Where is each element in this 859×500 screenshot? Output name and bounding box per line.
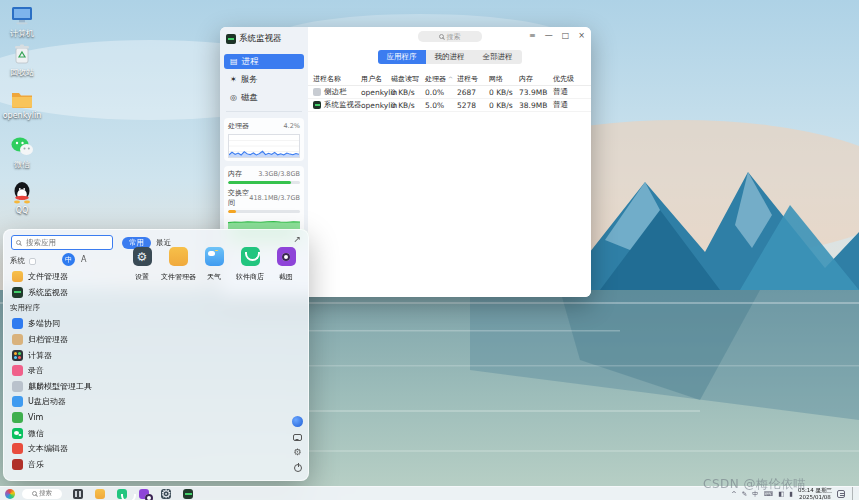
file-manager-icon: [12, 271, 23, 282]
software-store-icon: [241, 247, 260, 266]
show-desktop-strip[interactable]: [852, 487, 856, 500]
gear-icon[interactable]: ⚙: [293, 448, 301, 457]
favorite-software-store[interactable]: 软件商店: [233, 247, 267, 282]
cpu-value: 4.2%: [283, 122, 300, 130]
cell-pid: 5278: [457, 101, 489, 110]
col-name[interactable]: 进程名称: [313, 74, 361, 84]
app-item-calculator[interactable]: 计算器: [10, 347, 124, 363]
col-pid[interactable]: 进程号: [457, 74, 489, 84]
desktop-icon-computer[interactable]: 计算机: [2, 6, 42, 39]
sidebar-item-services[interactable]: ✶ 服务: [224, 72, 304, 87]
software-store-icon[interactable]: [117, 489, 127, 499]
favorite-weather[interactable]: 天气: [197, 247, 231, 282]
start-menu: 常用 最近 ↗ 中 A 系统 文件管理器 系统监视器 实用程序 多端协同: [3, 229, 309, 481]
clock-date: 2025/01/08: [798, 494, 832, 500]
minimize-button[interactable]: —: [545, 31, 553, 41]
window-controls: ≡ — □ ×: [529, 31, 585, 41]
multitask-view-icon[interactable]: [73, 489, 83, 499]
calculator-icon: [12, 350, 23, 361]
col-prio[interactable]: 优先级: [553, 74, 586, 84]
col-user[interactable]: 用户名: [361, 74, 391, 84]
table-row[interactable]: 侧边栏 openkylin 0 KB/s 0.0% 2687 0 KB/s 73…: [308, 86, 591, 99]
app-item-collaboration[interactable]: 多端协同: [10, 316, 124, 332]
search-placeholder: 搜索: [447, 32, 461, 42]
favorite-settings[interactable]: 设置: [125, 247, 159, 282]
tab-applications[interactable]: 应用程序: [378, 50, 426, 64]
screenshot-icon: [277, 247, 296, 266]
memory-progress-bar: [228, 181, 300, 184]
app-item-archive-manager[interactable]: 归档管理器: [10, 332, 124, 348]
window-search-box[interactable]: 搜索: [418, 31, 482, 42]
screenshot-icon[interactable]: [139, 489, 149, 499]
settings-icon: [133, 247, 152, 266]
system-monitor-icon: [12, 287, 23, 298]
desktop-icon-qq[interactable]: QQ: [2, 181, 42, 215]
menu-search-box[interactable]: [11, 235, 113, 250]
app-item-system-monitor[interactable]: 系统监视器: [10, 285, 124, 301]
expand-menu-icon[interactable]: ↗: [293, 235, 301, 244]
app-item-kylin-model-tool[interactable]: 麒麟模型管理工具: [10, 379, 124, 395]
system-monitor-icon[interactable]: [183, 489, 193, 499]
menu-side-actions: ⚙: [292, 416, 303, 472]
music-icon: [12, 459, 23, 470]
start-button[interactable]: [5, 489, 15, 499]
desktop-icon-wechat[interactable]: 微信: [2, 136, 42, 170]
col-disk[interactable]: 磁盘读写: [391, 74, 425, 84]
taskbar-search[interactable]: 搜索: [22, 489, 62, 499]
sidebar-item-label: 服务: [241, 74, 258, 86]
cell-prio: 普通: [553, 87, 586, 97]
app-item-music[interactable]: 音乐: [10, 457, 124, 473]
window-titlebar: 搜索 ≡ — □ ×: [308, 27, 591, 45]
cpu-stat-card: 处理器 4.2%: [224, 118, 304, 161]
cpu-history-sparkline: [228, 134, 300, 158]
maximize-button[interactable]: □: [562, 31, 570, 41]
file-manager-icon[interactable]: [95, 489, 105, 499]
model-tool-icon: [12, 381, 23, 392]
cell-disk: 0 KB/s: [391, 88, 425, 97]
favorites-grid: 设置 文件管理器 天气 软件商店 截图: [125, 247, 303, 282]
disks-icon: ◎: [230, 94, 237, 102]
app-item-text-editor[interactable]: 文本编辑器: [10, 441, 124, 457]
app-item-file-manager[interactable]: 文件管理器: [10, 269, 124, 285]
window-menu-button[interactable]: ≡: [529, 31, 536, 41]
group-badge: [29, 258, 36, 265]
memory-value: 3.3GB/3.8GB: [258, 170, 300, 178]
cell-user: openkylin: [361, 88, 391, 97]
settings-icon[interactable]: [161, 489, 171, 499]
app-item-recorder[interactable]: 录音: [10, 363, 124, 379]
desktop-icon-trash[interactable]: 回收站: [2, 43, 42, 78]
col-net[interactable]: 网络: [489, 74, 519, 84]
tab-my-processes[interactable]: 我的进程: [426, 50, 474, 64]
notification-center-icon[interactable]: [837, 490, 845, 498]
app-item-wechat[interactable]: 微信: [10, 425, 124, 441]
csdn-watermark: CSDN @梅伦依喵: [703, 476, 806, 493]
close-button[interactable]: ×: [578, 31, 585, 41]
app-item-vim[interactable]: Vim: [10, 410, 124, 426]
sidebar-item-processes[interactable]: ▤ 进程: [224, 54, 304, 69]
swap-progress-bar: [228, 210, 300, 213]
usb-creator-icon: [12, 396, 23, 407]
app-item-usb-creator[interactable]: U盘启动器: [10, 394, 124, 410]
cell-process-name: 系统监视器: [324, 100, 361, 110]
cpu-label: 处理器: [228, 121, 249, 131]
feedback-icon[interactable]: [293, 434, 302, 441]
sidebar-item-label: 进程: [242, 56, 259, 68]
sidebar-item-disks[interactable]: ◎ 磁盘: [224, 90, 304, 105]
cell-disk: 0 KB/s: [391, 101, 425, 110]
favorite-screenshot[interactable]: 截图: [269, 247, 303, 282]
tab-all-processes[interactable]: 全部进程: [474, 50, 522, 64]
col-mem[interactable]: 内存: [519, 74, 553, 84]
memory-label: 内存: [228, 169, 242, 179]
app-list: 系统 文件管理器 系统监视器 实用程序 多端协同 归档管理器: [10, 253, 124, 472]
system-monitor-app-icon: [226, 34, 236, 44]
col-cpu[interactable]: 处理器^: [425, 74, 457, 84]
power-icon[interactable]: [294, 464, 302, 472]
user-avatar[interactable]: [292, 416, 303, 427]
menu-search-input[interactable]: [24, 237, 108, 248]
table-row[interactable]: 系统监视器 openkylin 0 KB/s 5.0% 5278 0 KB/s …: [308, 99, 591, 112]
desktop-icon-label: openkylin: [2, 111, 42, 120]
desktop-icon-openkylin-folder[interactable]: openkylin: [2, 89, 42, 120]
swap-label: 交换空间: [228, 188, 249, 208]
desktop-icon-label: QQ: [2, 206, 42, 215]
favorite-file-manager[interactable]: 文件管理器: [161, 247, 195, 282]
